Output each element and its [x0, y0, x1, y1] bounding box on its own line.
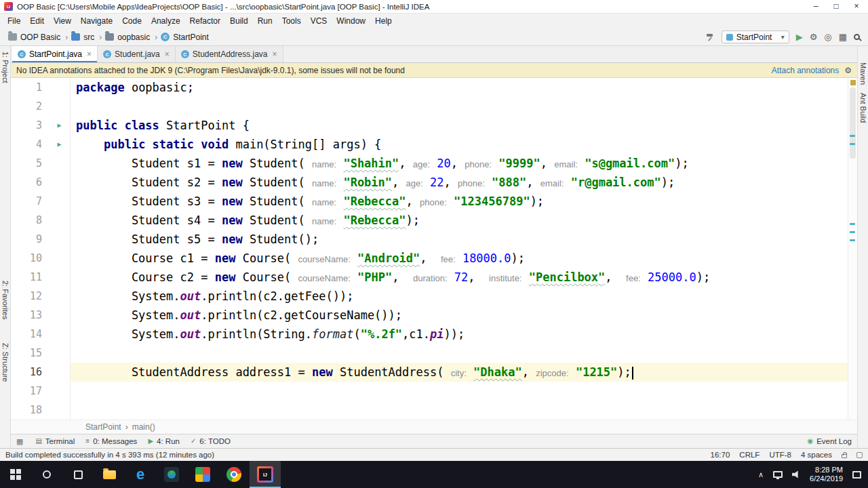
task-view-button[interactable]	[62, 461, 94, 488]
code-line-10[interactable]: 10 Course c1 = new Course( courseName: "…	[11, 249, 848, 268]
code-token: ));	[444, 327, 465, 341]
code-line-18[interactable]: 18	[11, 401, 848, 420]
minimize-button[interactable]: –	[806, 0, 826, 13]
inspection-indicator-icon[interactable]	[850, 80, 856, 85]
menu-refactor[interactable]: Refactor	[185, 16, 225, 26]
scrollbar-thumb[interactable]	[850, 87, 856, 159]
menu-window[interactable]: Window	[332, 16, 370, 26]
status-4-spaces[interactable]: 4 spaces	[801, 451, 832, 459]
code-line-14[interactable]: 14 System.out.println(String.format("%.2…	[11, 325, 848, 344]
code-token: city:	[451, 368, 467, 378]
breadcrumb-item-oopbasic[interactable]: oopbasic	[105, 33, 150, 42]
debug-icon[interactable]: ⚙	[810, 33, 818, 42]
run-arrow-icon[interactable]: ▶	[49, 116, 71, 135]
tool-window-button-terminal[interactable]: ▤Terminal	[35, 437, 75, 445]
start-button[interactable]	[0, 461, 31, 488]
tool-window-button-0-messages[interactable]: ≡0: Messages	[85, 437, 137, 445]
action-center-icon[interactable]	[852, 471, 861, 479]
lock-icon[interactable]	[842, 454, 847, 458]
menu-vcs[interactable]: VCS	[306, 16, 332, 26]
code-line-1[interactable]: 1package oopbasic;	[11, 78, 848, 97]
file-explorer-button[interactable]	[94, 461, 125, 488]
taskbar-clock[interactable]: 8:28 PM 6/24/2019	[810, 466, 843, 483]
app-button[interactable]	[187, 461, 218, 488]
menu-code[interactable]: Code	[117, 16, 146, 26]
code-token: System.	[76, 289, 180, 303]
code-line-6[interactable]: 6 Student s2 = new Student( name: "Robin…	[11, 173, 848, 192]
code-token: Student(	[243, 176, 312, 189]
menu-analyze[interactable]: Analyze	[146, 16, 185, 26]
tool-button-z-structure[interactable]: Z: Structure	[1, 343, 9, 382]
code-line-7[interactable]: 7 Student s3 = new Student( name: "Rebec…	[11, 192, 848, 211]
build-hammer-icon[interactable]	[706, 33, 715, 41]
network-icon[interactable]	[773, 471, 783, 478]
menu-view[interactable]: View	[49, 16, 76, 26]
intellij-button[interactable]: IJ	[250, 461, 281, 488]
code-line-15[interactable]: 15	[11, 344, 848, 363]
tool-window-button-event-log[interactable]: ◉Event Log	[807, 437, 852, 445]
code-line-2[interactable]: 2	[11, 97, 848, 116]
tab-student-java[interactable]: CStudent.java×	[98, 46, 176, 62]
volume-icon[interactable]	[792, 470, 800, 479]
tab-studentaddress-java[interactable]: CStudentAddress.java×	[176, 46, 283, 62]
code-editor[interactable]: 1package oopbasic;23▶public class StartP…	[11, 78, 857, 420]
tool-windows-grid-icon[interactable]: ▦	[839, 33, 847, 42]
code-line-16[interactable]: 16 StudentAddress address1 = new Student…	[11, 363, 848, 382]
edge-button[interactable]: e	[125, 461, 156, 488]
maximize-button[interactable]: □	[826, 0, 846, 13]
run-button[interactable]: ▶	[796, 33, 803, 42]
code-line-5[interactable]: 5 Student s1 = new Student( name: "Shahi…	[11, 154, 848, 173]
status-16-70[interactable]: 16:70	[711, 451, 730, 459]
code-line-11[interactable]: 11 Course c2 = new Course( courseName: "…	[11, 268, 848, 287]
coverage-icon[interactable]: ◎	[824, 33, 831, 42]
code-line-9[interactable]: 9 Student s5 = new Student();	[11, 230, 848, 249]
code-line-4[interactable]: 4▶ public static void main(String[] args…	[11, 135, 848, 154]
status-crlf[interactable]: CRLF	[739, 451, 760, 459]
menu-run[interactable]: Run	[253, 16, 277, 26]
chrome-button[interactable]	[218, 461, 250, 488]
tool-window-switcher-icon[interactable]: ▦	[16, 437, 23, 446]
breadcrumb-item-startpoint[interactable]: CStartPoint	[161, 33, 209, 42]
run-arrow-icon[interactable]: ▶	[49, 135, 71, 154]
tool-button-ant-build[interactable]: Ant Build	[859, 93, 867, 123]
search-everywhere-icon[interactable]	[854, 34, 860, 40]
close-tab-icon[interactable]: ×	[87, 49, 92, 59]
run-configuration-select[interactable]: StartPoint ▾	[722, 30, 789, 43]
code-line-3[interactable]: 3▶public class StartPoint {	[11, 116, 848, 135]
status-utf-8[interactable]: UTF-8	[769, 451, 791, 459]
code-line-13[interactable]: 13 System.out.println(c2.getCourseName()…	[11, 306, 848, 325]
search-button[interactable]	[31, 461, 62, 488]
breadcrumb-main[interactable]: main()	[132, 422, 155, 432]
tool-window-button-6-todo[interactable]: ✓6: TODO	[191, 437, 231, 445]
menu-navigate[interactable]: Navigate	[76, 16, 117, 26]
code-text: public static void main(String[] args) {	[71, 135, 848, 154]
tool-button-2-favorites[interactable]: 2: Favorites	[1, 281, 9, 319]
menu-help[interactable]: Help	[370, 16, 397, 26]
status-indicator-icon[interactable]	[856, 452, 863, 458]
editor-scrollbar[interactable]	[848, 78, 857, 420]
line-number: 2	[11, 97, 49, 116]
menu-tools[interactable]: Tools	[277, 16, 306, 26]
code-line-17[interactable]: 17	[11, 382, 848, 401]
android-studio-button[interactable]	[156, 461, 187, 488]
code-token: .println(String.	[201, 327, 312, 341]
tool-button-1-project[interactable]: 1: Project	[1, 52, 9, 83]
close-tab-icon[interactable]: ×	[273, 49, 277, 59]
close-button[interactable]: ×	[846, 0, 867, 13]
breadcrumb-item-oop-basic[interactable]: OOP Basic	[8, 33, 60, 42]
close-tab-icon[interactable]: ×	[165, 49, 170, 59]
menu-edit[interactable]: Edit	[25, 16, 49, 26]
code-token: "Android"	[357, 251, 420, 265]
menu-file[interactable]: File	[3, 16, 25, 26]
code-line-12[interactable]: 12 System.out.println(c2.getFee());	[11, 287, 848, 306]
breadcrumb-item-src[interactable]: src	[71, 33, 94, 42]
code-line-8[interactable]: 8 Student s4 = new Student( name: "Rebec…	[11, 211, 848, 230]
gear-icon[interactable]: ⚙	[844, 66, 852, 75]
tab-startpoint-java[interactable]: CStartPoint.java×	[12, 46, 98, 62]
attach-annotations-link[interactable]: Attach annotations	[772, 66, 839, 75]
menu-build[interactable]: Build	[225, 16, 253, 26]
tray-expand-icon[interactable]: ∧	[758, 470, 764, 479]
tool-button-maven[interactable]: Maven	[859, 62, 867, 85]
tool-window-button-4-run[interactable]: ▶4: Run	[148, 437, 180, 445]
breadcrumb-startpoint[interactable]: StartPoint	[85, 422, 121, 432]
